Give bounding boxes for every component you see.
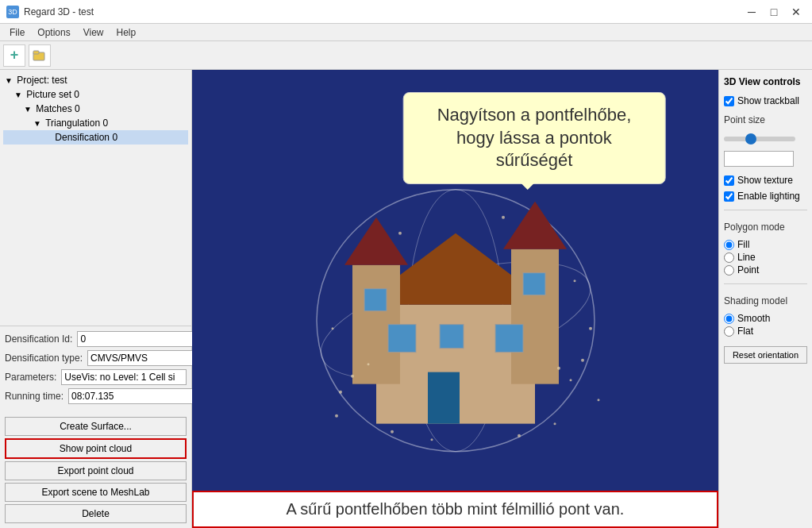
polygon-mode-label: Polygon mode bbox=[724, 222, 807, 233]
house-3d-view bbox=[273, 169, 638, 457]
svg-point-22 bbox=[581, 358, 584, 361]
svg-point-31 bbox=[398, 231, 402, 234]
window-controls: ─ □ ✕ bbox=[742, 4, 806, 20]
densification-id-value[interactable] bbox=[77, 331, 202, 347]
svg-point-21 bbox=[569, 379, 571, 381]
close-button[interactable]: ✕ bbox=[787, 4, 806, 20]
svg-rect-9 bbox=[511, 249, 559, 383]
svg-point-33 bbox=[573, 279, 575, 282]
show-trackball-checkbox[interactable]: Show trackball bbox=[724, 95, 807, 106]
app-icon: 3D bbox=[6, 6, 19, 18]
shading-flat-radio[interactable] bbox=[724, 326, 734, 337]
svg-point-19 bbox=[339, 390, 342, 393]
show-texture-input[interactable] bbox=[724, 175, 734, 186]
create-surface-button[interactable]: Create Surface... bbox=[5, 417, 187, 436]
export-meshlab-button[interactable]: Export scene to MeshLab bbox=[5, 483, 187, 502]
export-point-cloud-button[interactable]: Export point cloud bbox=[5, 461, 187, 480]
reset-orientation-button[interactable]: Reset orientation bbox=[724, 346, 807, 364]
svg-rect-12 bbox=[388, 324, 416, 352]
menu-bar: File Options View Help bbox=[0, 24, 812, 41]
right-panel: 3D View controls Show trackball Point si… bbox=[718, 70, 812, 528]
delete-button[interactable]: Delete bbox=[5, 504, 187, 523]
point-size-value[interactable] bbox=[724, 151, 794, 167]
show-trackball-input[interactable] bbox=[724, 96, 734, 106]
maximize-button[interactable]: □ bbox=[764, 4, 783, 20]
minimize-button[interactable]: ─ bbox=[742, 4, 761, 20]
svg-rect-1 bbox=[33, 51, 39, 54]
divider-1 bbox=[724, 210, 807, 210]
parameters-value[interactable] bbox=[61, 369, 187, 385]
svg-point-23 bbox=[391, 430, 394, 433]
polygon-point-radio[interactable] bbox=[724, 265, 734, 276]
open-button[interactable] bbox=[29, 44, 51, 67]
running-time-value[interactable] bbox=[68, 388, 194, 404]
viewport-content: Nagyítson a pontfelhőbe, hogy lássa a po… bbox=[192, 70, 718, 528]
title-bar: 3D Regard 3D - test ─ □ ✕ bbox=[0, 0, 812, 24]
parameters-label: Parameters: bbox=[5, 372, 61, 383]
polygon-mode-group: Fill Line Point bbox=[724, 239, 807, 276]
divider-2 bbox=[724, 283, 807, 284]
menu-file[interactable]: File bbox=[3, 25, 31, 40]
densification-node[interactable]: Densification 0 bbox=[3, 130, 188, 145]
polygon-line-option[interactable]: Line bbox=[724, 252, 807, 263]
svg-point-27 bbox=[331, 327, 333, 330]
picture-set-node[interactable]: ▼ Picture set 0 bbox=[3, 87, 188, 102]
svg-marker-10 bbox=[503, 201, 567, 249]
shading-model-label: Shading model bbox=[724, 295, 807, 306]
svg-rect-14 bbox=[440, 324, 464, 348]
enable-lighting-checkbox[interactable]: Enable lighting bbox=[724, 191, 807, 202]
densification-type-label: Densification type: bbox=[5, 353, 87, 364]
viewport[interactable]: Nagyítson a pontfelhőbe, hogy lássa a po… bbox=[192, 70, 718, 528]
buttons-panel: Create Surface... Show point cloud Expor… bbox=[0, 412, 191, 528]
polygon-point-option[interactable]: Point bbox=[724, 264, 807, 276]
matches-node[interactable]: ▼ Matches 0 bbox=[3, 102, 188, 116]
polygon-fill-option[interactable]: Fill bbox=[724, 239, 807, 250]
viewport-caption: A sűrű pontfelhőben több mint félmillió … bbox=[192, 491, 718, 528]
svg-point-25 bbox=[518, 434, 521, 437]
svg-point-17 bbox=[351, 374, 354, 377]
svg-point-30 bbox=[597, 399, 599, 401]
svg-rect-11 bbox=[428, 372, 460, 423]
menu-help[interactable]: Help bbox=[110, 25, 143, 40]
project-node[interactable]: ▼ Project: test bbox=[3, 73, 188, 87]
shading-smooth-option[interactable]: Smooth bbox=[724, 313, 807, 324]
left-panel: ▼ Project: test ▼ Picture set 0 ▼ Matche… bbox=[0, 70, 192, 528]
show-point-cloud-button[interactable]: Show point cloud bbox=[5, 438, 187, 459]
point-size-slider[interactable] bbox=[724, 132, 807, 146]
window-title: Regard 3D - test bbox=[24, 6, 94, 17]
svg-rect-13 bbox=[495, 324, 523, 352]
properties-panel: Densification Id: Densification type: Pa… bbox=[0, 326, 191, 412]
triangulation-node[interactable]: ▼ Triangulation 0 bbox=[3, 116, 188, 130]
menu-view[interactable]: View bbox=[77, 25, 110, 40]
toolbar: + bbox=[0, 41, 812, 70]
shading-model-group: Smooth Flat bbox=[724, 313, 807, 337]
tooltip-bubble: Nagyítson a pontfelhőbe, hogy lássa a po… bbox=[402, 92, 666, 184]
svg-point-24 bbox=[430, 438, 433, 441]
tree-view: ▼ Project: test ▼ Picture set 0 ▼ Matche… bbox=[0, 70, 191, 326]
svg-point-18 bbox=[367, 363, 369, 365]
svg-marker-8 bbox=[344, 217, 408, 264]
enable-lighting-input[interactable] bbox=[724, 191, 734, 202]
svg-point-20 bbox=[557, 366, 560, 369]
point-size-label: Point size bbox=[724, 114, 807, 125]
svg-rect-15 bbox=[364, 288, 387, 310]
densification-id-label: Densification Id: bbox=[5, 333, 77, 345]
running-time-label: Running time: bbox=[5, 391, 68, 402]
svg-point-29 bbox=[589, 326, 592, 330]
show-texture-checkbox[interactable]: Show texture bbox=[724, 175, 807, 186]
svg-rect-16 bbox=[523, 272, 545, 295]
polygon-fill-radio[interactable] bbox=[724, 240, 734, 250]
polygon-line-radio[interactable] bbox=[724, 252, 734, 263]
shading-smooth-radio[interactable] bbox=[724, 314, 734, 324]
svg-point-26 bbox=[553, 422, 556, 425]
svg-point-32 bbox=[502, 215, 505, 218]
new-button[interactable]: + bbox=[3, 44, 25, 67]
menu-options[interactable]: Options bbox=[31, 25, 76, 40]
svg-point-28 bbox=[335, 414, 338, 417]
panel-title: 3D View controls bbox=[724, 76, 807, 87]
shading-flat-option[interactable]: Flat bbox=[724, 326, 807, 337]
